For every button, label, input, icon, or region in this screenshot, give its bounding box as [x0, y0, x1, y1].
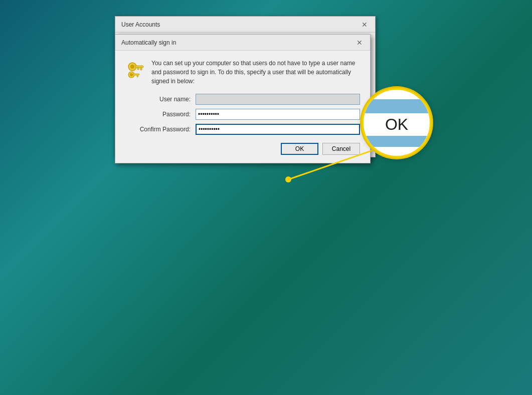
svg-rect-13	[137, 75, 138, 77]
auto-signin-close-button[interactable]: ✕	[355, 38, 364, 47]
password-input[interactable]	[196, 109, 360, 120]
confirm-password-label: Confirm Password:	[125, 126, 196, 133]
svg-rect-9	[137, 68, 139, 70]
auto-signin-title: Automatically sign in	[121, 39, 176, 46]
username-label: User name:	[125, 96, 196, 103]
close-icon: ✕	[362, 21, 368, 29]
ok-magnify-annotation: OK	[362, 88, 432, 158]
password-label: Password:	[125, 111, 196, 118]
dialog-fields: User name: Password: Confirm Password:	[125, 94, 360, 135]
ok-circle: OK	[362, 88, 432, 158]
dialog-buttons: OK Cancel	[125, 143, 360, 155]
user-accounts-close-button[interactable]: ✕	[360, 20, 369, 29]
auto-signin-body: You can set up your computer so that use…	[115, 51, 370, 163]
dialog-ok-button[interactable]: OK	[281, 143, 318, 155]
close-icon: ✕	[357, 39, 363, 47]
keys-icon	[125, 59, 145, 81]
dialog-intro: You can set up your computer so that use…	[125, 59, 360, 86]
ok-circle-text: OK	[364, 113, 430, 136]
svg-point-11	[130, 73, 133, 76]
username-input[interactable]	[196, 94, 360, 105]
svg-rect-7	[135, 66, 143, 68]
svg-rect-8	[140, 68, 142, 70]
auto-signin-dialog: Automatically sign in ✕	[115, 34, 371, 163]
svg-point-6	[130, 65, 134, 69]
svg-rect-12	[133, 74, 139, 75]
dialog-intro-text: You can set up your computer so that use…	[151, 59, 360, 86]
user-accounts-title: User Accounts	[121, 21, 160, 28]
ok-circle-bottom-stripe	[364, 136, 430, 147]
confirm-password-input[interactable]	[196, 124, 360, 135]
user-accounts-titlebar: User Accounts ✕	[115, 17, 375, 33]
auto-signin-titlebar: Automatically sign in ✕	[115, 35, 370, 51]
dialog-cancel-button[interactable]: Cancel	[322, 143, 360, 155]
ok-circle-top-stripe	[364, 99, 430, 113]
